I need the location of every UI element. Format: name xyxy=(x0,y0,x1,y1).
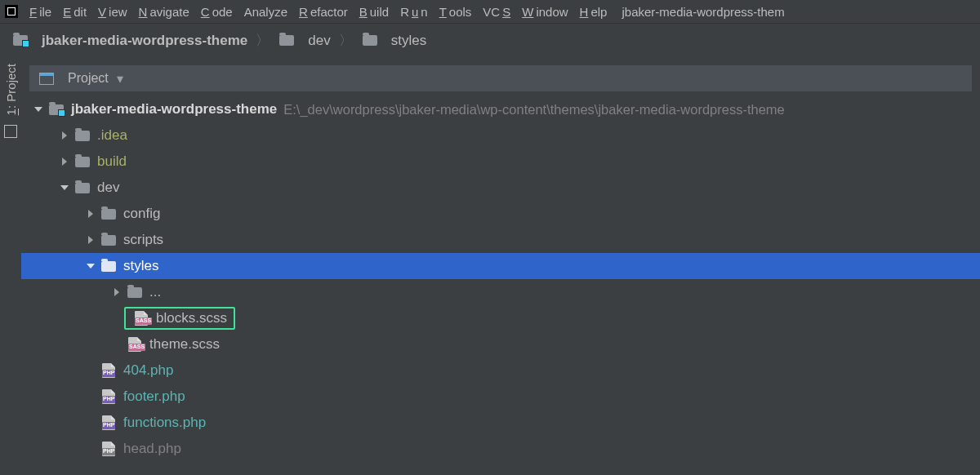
expand-arrow-icon[interactable] xyxy=(60,185,69,190)
menu-analyze[interactable]: Analyze xyxy=(244,5,287,19)
window-title: jbaker-media-wordpress-them xyxy=(621,5,784,19)
folder-icon xyxy=(74,154,91,169)
item-label: scripts xyxy=(123,232,163,248)
folder-icon xyxy=(74,180,91,195)
expand-arrow-icon[interactable] xyxy=(87,264,95,269)
tree-item-functions-php[interactable]: PHP functions.php xyxy=(21,410,980,436)
breadcrumb-styles-label: styles xyxy=(391,33,426,49)
item-label: build xyxy=(97,153,127,170)
folder-icon xyxy=(100,206,118,221)
chevron-down-icon: ▾ xyxy=(117,71,123,87)
tree-root[interactable]: jbaker-media-wordpress-theme E:\_dev\wor… xyxy=(21,96,980,122)
project-panel: Project ▾ jbaker-media-wordpress-theme E… xyxy=(21,57,980,475)
menu-window[interactable]: Window xyxy=(522,5,568,19)
chevron-right-icon: 〉 xyxy=(256,31,270,50)
php-file-icon: PHP xyxy=(100,389,118,404)
menu-tools[interactable]: Tools xyxy=(439,5,472,19)
root-label: jbaker-media-wordpress-theme xyxy=(71,101,277,118)
tree-item-head-php[interactable]: PHP head.php xyxy=(21,436,980,462)
tree-item-config[interactable]: config xyxy=(21,201,980,227)
root-path: E:\_dev\wordpress\jbaker-media\wp-conten… xyxy=(283,102,785,118)
tree-item-ellipsis[interactable]: ... xyxy=(21,279,980,305)
folder-icon xyxy=(361,33,379,48)
menu-navigate[interactable]: Navigate xyxy=(139,5,189,19)
expand-arrow-icon[interactable] xyxy=(114,288,119,296)
item-label: .idea xyxy=(97,127,127,144)
tree-item-blocks-scss[interactable]: SASS blocks.scss xyxy=(21,305,980,331)
item-label: head.php xyxy=(123,441,181,457)
item-label: blocks.scss xyxy=(156,310,227,326)
menu-code[interactable]: Code xyxy=(201,5,233,19)
tool-tab-icon xyxy=(4,125,17,138)
menu-help[interactable]: Help xyxy=(580,5,608,19)
expand-arrow-icon[interactable] xyxy=(34,107,42,112)
menu-file[interactable]: File xyxy=(29,5,51,19)
tree-item-404-php[interactable]: PHP 404.php xyxy=(21,357,980,384)
expand-arrow-icon[interactable] xyxy=(88,210,93,218)
item-label: footer.php xyxy=(123,388,185,405)
item-label: ... xyxy=(149,284,161,300)
item-label: styles xyxy=(123,258,158,274)
sass-file-icon: SASS xyxy=(132,311,150,326)
item-label: config xyxy=(123,206,160,222)
php-file-icon: PHP xyxy=(100,442,118,456)
breadcrumb-dev-label: dev xyxy=(308,33,330,49)
menu-view[interactable]: View xyxy=(98,5,127,19)
tree-item-footer-php[interactable]: PHP footer.php xyxy=(21,384,980,410)
window-icon xyxy=(38,71,56,86)
php-file-icon: PHP xyxy=(100,415,118,430)
tool-window-stripe: 1: Project xyxy=(0,57,22,475)
menu-vcs[interactable]: VCS xyxy=(483,5,510,19)
sass-file-icon: SASS xyxy=(126,337,144,352)
tree-item-styles[interactable]: styles xyxy=(21,253,980,279)
menu-edit[interactable]: Edit xyxy=(63,5,87,19)
item-label: 404.php xyxy=(123,362,173,379)
menu-bar: File Edit View Navigate Code Analyze Ref… xyxy=(0,0,980,24)
folder-icon xyxy=(278,33,296,48)
folder-icon xyxy=(126,285,144,300)
tree-item-build[interactable]: build xyxy=(21,149,980,175)
project-icon xyxy=(47,102,65,117)
breadcrumb-styles[interactable]: styles xyxy=(361,33,426,49)
php-file-icon: PHP xyxy=(100,363,118,378)
item-label: theme.scss xyxy=(149,336,220,353)
breadcrumb-root[interactable]: jbaker-media-wordpress-theme xyxy=(11,33,247,49)
tree-item-theme-scss[interactable]: SASS theme.scss xyxy=(21,331,980,357)
item-label: functions.php xyxy=(123,415,206,431)
menu-build[interactable]: Build xyxy=(359,5,389,19)
folder-icon xyxy=(100,259,118,273)
chevron-right-icon: 〉 xyxy=(339,31,353,50)
tree-item-idea[interactable]: .idea xyxy=(21,122,980,149)
tree-item-scripts[interactable]: scripts xyxy=(21,227,980,253)
tool-project-tab[interactable]: 1: Project xyxy=(4,57,18,125)
app-icon xyxy=(5,5,18,18)
folder-icon xyxy=(74,128,91,143)
expand-arrow-icon[interactable] xyxy=(62,131,67,140)
panel-title: Project xyxy=(68,71,109,86)
folder-icon xyxy=(100,233,118,247)
breadcrumb-root-label: jbaker-media-wordpress-theme xyxy=(42,33,247,49)
project-panel-header[interactable]: Project ▾ xyxy=(29,65,972,91)
project-icon xyxy=(11,33,29,48)
breadcrumb-dev[interactable]: dev xyxy=(278,33,330,49)
menu-refactor[interactable]: Refactor xyxy=(299,5,348,19)
highlight-box: SASS blocks.scss xyxy=(124,307,235,330)
breadcrumb-bar: jbaker-media-wordpress-theme 〉 dev 〉 sty… xyxy=(0,24,980,58)
project-tree: jbaker-media-wordpress-theme E:\_dev\wor… xyxy=(21,96,980,462)
item-label: dev xyxy=(97,180,119,196)
menu-run[interactable]: Run xyxy=(400,5,428,19)
expand-arrow-icon[interactable] xyxy=(62,158,67,166)
tree-item-dev[interactable]: dev xyxy=(21,175,980,201)
expand-arrow-icon[interactable] xyxy=(88,236,93,244)
